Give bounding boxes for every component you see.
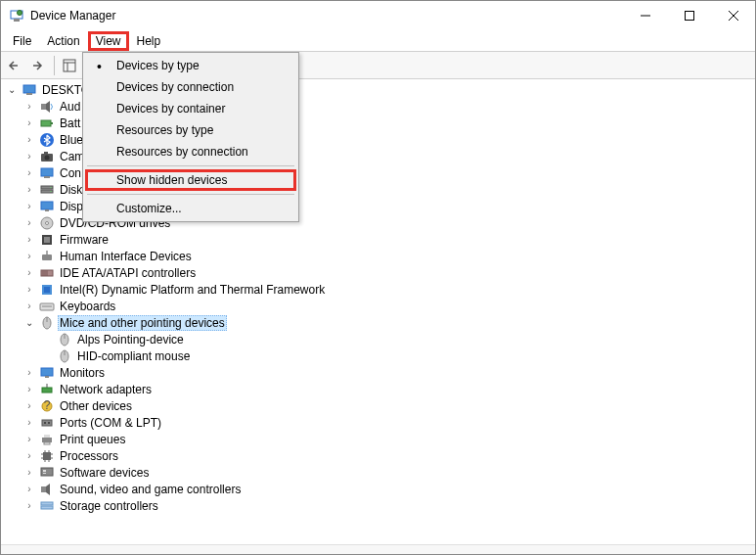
- expand-arrow-icon[interactable]: ›: [22, 134, 36, 145]
- node-label: Alps Pointing-device: [75, 333, 186, 347]
- maximize-button[interactable]: [667, 1, 711, 30]
- tree-node[interactable]: ›Print queues: [21, 431, 753, 447]
- svg-point-2: [18, 11, 22, 16]
- menu-file[interactable]: File: [5, 32, 39, 50]
- tree-node[interactable]: ›Ports (COM & LPT): [21, 414, 753, 431]
- audio-icon: [39, 99, 55, 115]
- menu-item[interactable]: Customize...: [85, 198, 296, 219]
- svg-rect-1: [14, 19, 20, 22]
- hid-icon: [39, 249, 55, 264]
- node-label: Print queues: [58, 433, 127, 446]
- svg-rect-14: [41, 104, 46, 110]
- menu-item[interactable]: Resources by type: [85, 119, 296, 141]
- storage-icon: [39, 498, 55, 514]
- tree-node[interactable]: ›Sound, video and game controllers: [21, 481, 753, 497]
- node-label: Con: [58, 166, 83, 180]
- status-bar: [1, 544, 755, 554]
- tree-child-node[interactable]: HID-compliant mouse: [38, 347, 753, 364]
- svg-rect-7: [64, 60, 75, 71]
- svg-point-56: [44, 422, 46, 424]
- svg-rect-74: [41, 502, 53, 505]
- expand-arrow-icon[interactable]: ›: [22, 384, 36, 394]
- disk-icon: [39, 182, 55, 198]
- tree-node[interactable]: ›Storage controllers: [21, 497, 753, 514]
- expand-arrow-icon[interactable]: ›: [22, 367, 36, 378]
- expand-arrow-icon[interactable]: ›: [22, 101, 36, 112]
- expand-arrow-icon[interactable]: ›: [22, 484, 36, 494]
- menu-item[interactable]: Devices by connection: [85, 76, 296, 98]
- tree-node[interactable]: ›Network adapters: [21, 381, 753, 397]
- svg-rect-73: [41, 486, 46, 492]
- forward-button[interactable]: [28, 55, 50, 76]
- menu-separator: [87, 165, 294, 166]
- expand-arrow-icon[interactable]: ›: [22, 267, 36, 278]
- expand-arrow-icon[interactable]: ›: [22, 417, 36, 428]
- tree-node[interactable]: ⌄Mice and other pointing devices: [21, 314, 753, 331]
- expand-arrow-icon[interactable]: ›: [22, 400, 36, 411]
- back-button[interactable]: [5, 55, 26, 76]
- expand-arrow-icon[interactable]: ›: [22, 434, 36, 444]
- svg-rect-50: [45, 376, 49, 378]
- expand-arrow-icon[interactable]: ›: [22, 201, 36, 211]
- expand-arrow-icon[interactable]: ›: [22, 467, 36, 478]
- svg-rect-16: [51, 122, 53, 124]
- expand-arrow-icon[interactable]: ›: [22, 234, 36, 245]
- expand-arrow-icon[interactable]: ›: [22, 167, 36, 178]
- expand-arrow-icon[interactable]: ›: [22, 184, 36, 195]
- menu-item[interactable]: Devices by type: [85, 55, 296, 76]
- show-hide-tree-button[interactable]: [59, 55, 80, 76]
- expand-arrow-icon[interactable]: ⌄: [5, 84, 19, 95]
- svg-rect-28: [45, 209, 49, 211]
- tree-node[interactable]: ›Processors: [21, 447, 753, 464]
- svg-rect-59: [44, 435, 50, 438]
- minimize-button[interactable]: [623, 1, 667, 30]
- node-label: Disk: [58, 183, 84, 197]
- tree-node[interactable]: ›Monitors: [21, 364, 753, 381]
- svg-point-19: [45, 155, 50, 160]
- svg-rect-33: [42, 254, 52, 260]
- node-label: Human Interface Devices: [58, 250, 194, 263]
- svg-point-25: [51, 187, 52, 188]
- close-button[interactable]: [711, 1, 755, 30]
- expand-arrow-icon[interactable]: ›: [22, 217, 36, 228]
- expand-arrow-icon[interactable]: ›: [22, 251, 36, 261]
- tree-node[interactable]: ›Intel(R) Dynamic Platform and Thermal F…: [21, 281, 753, 298]
- node-label: IDE ATA/ATAPI controllers: [58, 266, 198, 280]
- tree-node[interactable]: ›Firmware: [21, 231, 753, 248]
- expand-arrow-icon[interactable]: ›: [22, 450, 36, 461]
- app-icon: [9, 8, 24, 23]
- expand-arrow-icon[interactable]: ⌄: [22, 317, 36, 328]
- svg-rect-40: [44, 287, 50, 293]
- svg-rect-15: [41, 120, 51, 126]
- title-bar: Device Manager: [1, 1, 755, 30]
- tree-node[interactable]: ›IDE ATA/ATAPI controllers: [21, 264, 753, 281]
- tree-node[interactable]: ›?Other devices: [21, 397, 753, 414]
- menu-view[interactable]: View: [88, 31, 129, 51]
- menu-help[interactable]: Help: [129, 32, 169, 50]
- node-label: Software devices: [58, 466, 151, 480]
- svg-rect-32: [44, 237, 50, 243]
- svg-rect-61: [43, 452, 51, 460]
- menu-item[interactable]: Resources by connection: [85, 141, 296, 162]
- menu-action[interactable]: Action: [39, 32, 87, 50]
- other-icon: ?: [39, 398, 55, 414]
- tree-node[interactable]: ›Software devices: [21, 464, 753, 481]
- tree-node[interactable]: ›Keyboards: [21, 298, 753, 314]
- port-icon: [39, 415, 55, 431]
- expand-arrow-icon[interactable]: ›: [22, 117, 36, 128]
- menu-item[interactable]: Show hidden devices: [85, 169, 296, 191]
- expand-arrow-icon[interactable]: ›: [22, 500, 36, 511]
- tree-child-node[interactable]: Alps Pointing-device: [38, 331, 753, 347]
- svg-rect-12: [23, 85, 35, 93]
- node-label: Firmware: [58, 233, 111, 247]
- menu-item[interactable]: Devices by container: [85, 98, 296, 119]
- expand-arrow-icon[interactable]: ›: [22, 284, 36, 295]
- expand-arrow-icon[interactable]: ›: [22, 301, 36, 311]
- menu-separator: [87, 194, 294, 195]
- node-label: Disp: [58, 200, 85, 213]
- svg-rect-22: [44, 176, 50, 178]
- tree-node[interactable]: ›Human Interface Devices: [21, 248, 753, 264]
- expand-arrow-icon[interactable]: ›: [22, 151, 36, 162]
- svg-rect-13: [26, 93, 32, 95]
- svg-rect-70: [41, 468, 53, 476]
